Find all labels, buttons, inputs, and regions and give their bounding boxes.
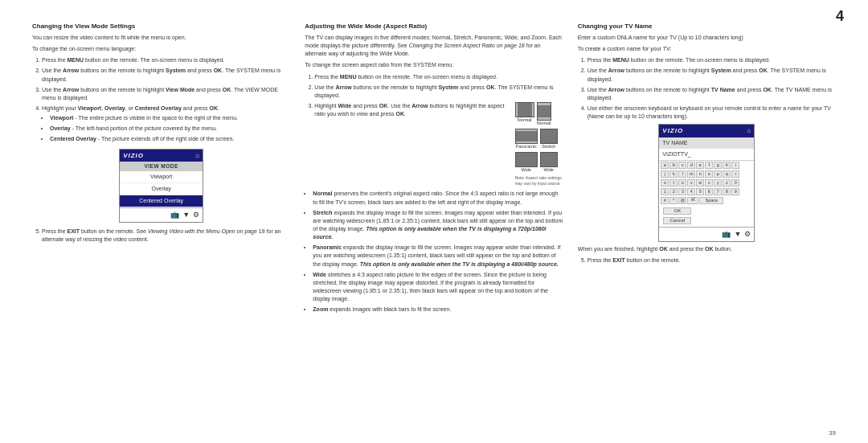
- key-o[interactable]: o: [705, 170, 713, 178]
- col1-bullets: Viewport - The entire picture is visible…: [42, 114, 290, 143]
- key-r[interactable]: r: [731, 170, 739, 178]
- col1-change-lang: To change the on-screen menu language:: [32, 45, 290, 53]
- col3-step4: Use either the onscreen keyboard or keyb…: [588, 105, 836, 121]
- key-w[interactable]: w: [696, 179, 704, 187]
- col2-step3: Highlight Wide and press OK. Use the Arr…: [314, 102, 563, 187]
- col3-intro: Enter a custom DNLA name for your TV (Up…: [578, 34, 836, 42]
- col2-bullets: Normal preserves the content's original …: [305, 190, 563, 314]
- col1-step2: Use the Arrow buttons on the remote to h…: [42, 67, 290, 83]
- col1-step3: Use the Arrow buttons on the remote to h…: [42, 86, 290, 102]
- key-v[interactable]: v: [687, 179, 695, 187]
- key-n[interactable]: n: [696, 170, 704, 178]
- col3-tv-name: Changing your TV Name Enter a custom DNL…: [578, 23, 836, 427]
- col1-view-mode: Changing the View Mode Settings You can …: [32, 23, 290, 427]
- col2-step1: Press the MENU button on the remote. The…: [314, 73, 563, 81]
- key-m[interactable]: m: [687, 170, 695, 178]
- vizio-kb-header: VIZIO ⌂: [659, 125, 754, 137]
- aspect-normal: Normal: [515, 102, 534, 127]
- key-i[interactable]: i: [731, 162, 739, 169]
- key-6[interactable]: 6: [705, 188, 713, 195]
- key-hash[interactable]: #: [661, 197, 669, 204]
- down-arrow-icon: ▼: [182, 210, 190, 220]
- kb-row-3: s t u v w x y z 0: [659, 178, 754, 187]
- kb-tv-icon: 📺: [722, 229, 731, 240]
- col3-title: Changing your TV Name: [578, 23, 836, 30]
- col1-bullet-overlay: Overlay - The left-hand portion of the p…: [50, 125, 290, 133]
- key-f[interactable]: f: [705, 162, 713, 169]
- key-0[interactable]: 0: [731, 179, 739, 187]
- aspect-wide: Wide: [515, 152, 538, 174]
- key-d[interactable]: d: [687, 162, 695, 169]
- col2-bullet-wide: Wide stretches a 4:3 aspect ratio pictur…: [313, 271, 563, 304]
- key-4[interactable]: 4: [687, 188, 695, 195]
- key-b[interactable]: b: [669, 162, 678, 169]
- kb-down-icon: ▼: [734, 229, 741, 240]
- key-z[interactable]: z: [723, 179, 731, 187]
- key-2[interactable]: 2: [669, 188, 678, 195]
- col2-wide-mode: Adjusting the Wide Mode (Aspect Ratio) T…: [305, 23, 563, 427]
- col3-step5-list: Press the EXIT button on the remote.: [578, 256, 836, 265]
- key-3[interactable]: 3: [678, 188, 686, 195]
- col1-intro: You can resize the video content to fit …: [32, 34, 290, 42]
- tv-icon: 📺: [170, 210, 179, 220]
- home-icon: ⌂: [195, 151, 199, 161]
- vizio-kb-bottom-bar: 📺 ▼ ⚙: [659, 227, 754, 241]
- key-8[interactable]: 8: [723, 188, 731, 195]
- settings-icon: ⚙: [193, 210, 199, 220]
- key-7[interactable]: 7: [714, 188, 722, 195]
- menu-item-viewport: Viewport: [120, 171, 203, 183]
- vizio-bottom-bar: 📺 ▼ ⚙: [120, 207, 203, 222]
- col1-step5: Press the EXIT button on the remote. See…: [42, 228, 290, 244]
- col2-step2: Use the Arrow buttons on the remote to h…: [314, 84, 563, 100]
- view-mode-title: VIEW MODE: [120, 162, 203, 170]
- key-cancel[interactable]: Cancel: [663, 217, 691, 224]
- col3-step5: Press the EXIT button on the remote.: [588, 256, 836, 265]
- key-u[interactable]: u: [678, 179, 686, 187]
- vizio-header: VIZIO ⌂: [120, 150, 203, 162]
- key-c[interactable]: c: [678, 162, 686, 169]
- key-1[interactable]: 1: [661, 188, 669, 195]
- key-caret[interactable]: ^: [669, 197, 678, 204]
- key-space[interactable]: Space: [699, 197, 723, 204]
- key-s[interactable]: s: [661, 179, 669, 187]
- key-q[interactable]: q: [723, 170, 731, 178]
- aspect-zoom: Wide: [540, 152, 558, 174]
- key-t[interactable]: t: [669, 179, 678, 187]
- key-a[interactable]: a: [661, 162, 669, 169]
- col3-steps: Press the MENU button on the remote. The…: [578, 56, 836, 121]
- key-g[interactable]: g: [714, 162, 722, 169]
- key-5[interactable]: 5: [696, 188, 704, 195]
- key-j[interactable]: j: [661, 170, 669, 178]
- key-ok[interactable]: OK: [663, 207, 691, 215]
- col3-body: Enter a custom DNLA name for your TV (Up…: [578, 34, 836, 268]
- key-p[interactable]: p: [714, 170, 722, 178]
- col1-steps: Press the MENU button on the remote. The…: [32, 56, 290, 143]
- vizio-tv-name-keyboard: VIZIO ⌂ TV NAME VIZIOTTV_ a b c d e f g …: [658, 124, 755, 242]
- key-at[interactable]: @: [678, 197, 686, 204]
- kb-row-1: a b c d e f g h i: [659, 161, 754, 170]
- key-e[interactable]: e: [696, 162, 704, 169]
- key-h[interactable]: h: [723, 162, 731, 169]
- key-k[interactable]: k: [669, 170, 678, 178]
- col2-bullet-normal: Normal preserves the content's original …: [313, 190, 563, 206]
- key-x[interactable]: x: [705, 179, 713, 187]
- col2-bullet-stretch: Stretch expands the display image to fil…: [313, 209, 563, 242]
- menu-item-centered-overlay: Centered Overlay: [120, 195, 203, 207]
- col2-change-lang: To change the screen aspect ratio from t…: [305, 61, 563, 69]
- key-l[interactable]: l: [678, 170, 686, 178]
- menu-item-overlay: Overlay: [120, 183, 203, 195]
- col2-intro: The TV can display images in five differ…: [305, 34, 563, 58]
- key-9[interactable]: 9: [731, 188, 739, 195]
- col1-bullet-centered: Centered Overlay - The picture extends o…: [50, 135, 290, 143]
- kb-row-2: j k l m n o p q r: [659, 170, 754, 178]
- col1-step1: Press the MENU button on the remote. The…: [42, 56, 290, 64]
- kb-settings-icon: ⚙: [744, 229, 751, 240]
- vizio-logo: VIZIO: [123, 151, 144, 161]
- col1-body: You can resize the video content to fit …: [32, 34, 290, 247]
- col3-finish-text: When you are finished, highlight OK and …: [578, 245, 836, 253]
- tv-name-label-row: TV NAME: [659, 137, 754, 149]
- col3-change-lang: To create a custom name for your TV:: [578, 45, 836, 53]
- key-y[interactable]: y: [714, 179, 722, 187]
- col2-title: Adjusting the Wide Mode (Aspect Ratio): [305, 23, 563, 30]
- key-special[interactable]: ö€: [687, 197, 698, 204]
